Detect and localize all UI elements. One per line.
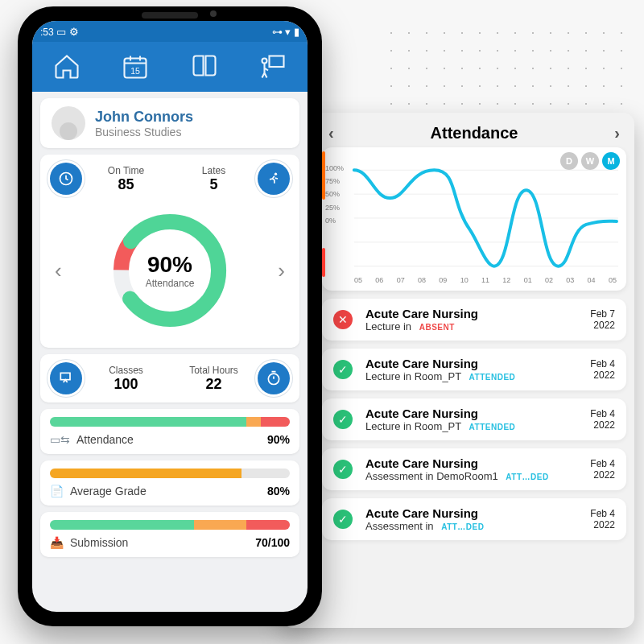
attendance-record[interactable]: ✓Acute Care NursingAssessment in DemoRoo… <box>322 448 626 490</box>
decorative-dot-grid <box>382 24 624 113</box>
record-title: Acute Care Nursing <box>365 456 559 470</box>
record-subtitle: Assessment in ATT…DED <box>365 520 559 532</box>
profile-course: Business Studies <box>95 126 193 138</box>
panel-title: Attendance <box>431 124 518 142</box>
profile-name: John Connors <box>95 109 193 126</box>
ontime-label: On Time <box>82 165 170 176</box>
grade-bar-icon: 📄 <box>50 485 64 497</box>
phone-side-button <box>322 151 325 200</box>
period-month[interactable]: M <box>602 152 620 170</box>
record-subtitle: Lecture in ABSENT <box>365 320 559 332</box>
record-title: Acute Care Nursing <box>365 407 559 420</box>
classes-value: 100 <box>82 376 170 393</box>
donut-next[interactable]: › <box>273 258 290 283</box>
check-icon: ✓ <box>333 460 353 479</box>
status-bar: :53 ▭ ⚙ ⊶ ▾ ▮ <box>32 21 308 42</box>
record-date: Feb 42022 <box>567 408 615 431</box>
profile-card[interactable]: John Connors Business Studies <box>40 98 299 148</box>
tab-bar: 15 <box>32 42 308 92</box>
panel-next[interactable]: › <box>614 124 620 142</box>
record-date: Feb 42022 <box>567 358 615 382</box>
donut-label: Attendance <box>146 278 195 289</box>
phone-side-button-2 <box>322 248 325 277</box>
bar-average-grade[interactable]: 📄Average Grade 80% <box>40 460 299 506</box>
status-right: ⊶ ▾ ▮ <box>272 26 299 38</box>
ontime-value: 85 <box>82 176 170 193</box>
period-week[interactable]: W <box>581 152 599 170</box>
attendance-panel: ‹ Attendance › D W M 100% 75% 50% 25% 0% <box>282 113 634 628</box>
attendance-record-list: ✕Acute Care NursingLecture in ABSENTFeb … <box>322 299 626 540</box>
x-axis: 050607 080910 111201 020304 05 <box>330 275 618 287</box>
home-icon <box>52 52 81 81</box>
attendance-record[interactable]: ✓Acute Care NursingLecture in Room_PT AT… <box>322 398 626 440</box>
phone-screen: :53 ▭ ⚙ ⊶ ▾ ▮ 15 <box>32 21 308 612</box>
record-title: Acute Care Nursing <box>365 506 559 520</box>
record-status: ATT…DED <box>441 522 484 531</box>
attendance-bar-icon: ▭⇆ <box>50 433 70 446</box>
metric-bars: ▭⇆Attendance 90% 📄Average Grade 80% <box>40 409 299 557</box>
hours-label: Total Hours <box>170 365 258 376</box>
period-day[interactable]: D <box>560 152 578 170</box>
calendar-icon: 15 <box>121 52 150 81</box>
attendance-donut: 90% Attendance <box>105 206 234 335</box>
record-date: Feb 72022 <box>567 308 615 332</box>
record-subtitle: Lecture in Room_PT ATTENDED <box>365 370 559 382</box>
battery-icon: ▮ <box>294 26 299 38</box>
wifi-icon: ▾ <box>285 26 294 38</box>
lecturer-icon <box>258 52 287 81</box>
clock-icon <box>50 163 82 195</box>
gear-icon: ⚙ <box>69 26 79 38</box>
cross-icon: ✕ <box>333 310 353 329</box>
tab-lecturer[interactable] <box>239 42 308 92</box>
attendance-record[interactable]: ✓Acute Care NursingAssessment in ATT…DED… <box>322 498 626 540</box>
classes-hours-card: Classes 100 Total Hours 22 <box>40 354 299 402</box>
tab-calendar[interactable]: 15 <box>101 42 171 92</box>
record-status: ATT…DED <box>506 473 548 481</box>
timer-icon <box>258 362 290 394</box>
record-date: Feb 42022 <box>567 508 615 531</box>
record-subtitle: Assessment in DemoRoom1 ATT…DED <box>365 470 559 482</box>
status-left: :53 ▭ ⚙ <box>40 26 79 38</box>
bar-attendance[interactable]: ▭⇆Attendance 90% <box>40 409 299 454</box>
donut-percent: 90% <box>147 252 192 278</box>
grade-bar-value: 80% <box>267 485 290 497</box>
period-toggle: D W M <box>560 152 620 170</box>
tab-home[interactable] <box>32 42 101 92</box>
attendance-line-chart <box>330 154 618 275</box>
avatar <box>52 106 85 140</box>
record-subtitle: Lecture in Room_PT ATTENDED <box>365 420 559 432</box>
attendance-record[interactable]: ✓Acute Care NursingLecture in Room_PT AT… <box>322 349 626 390</box>
lates-value: 5 <box>170 176 258 193</box>
svg-point-8 <box>262 59 267 64</box>
check-icon: ✓ <box>333 410 353 429</box>
donut-prev[interactable]: ‹ <box>50 258 67 283</box>
hours-value: 22 <box>170 376 258 393</box>
record-title: Acute Care Nursing <box>365 357 559 370</box>
submission-bar-value: 70/100 <box>255 536 290 549</box>
tab-courses[interactable] <box>170 42 239 92</box>
attendance-chart-card: D W M 100% 75% 50% 25% 0% 050607 080910 … <box>322 147 626 291</box>
attendance-bar-value: 90% <box>267 433 290 446</box>
phone-notch <box>142 12 198 19</box>
attendance-summary-card: On Time 85 Lates 5 ‹ <box>40 155 299 348</box>
bar-submission[interactable]: 📥Submission 70/100 <box>40 512 299 557</box>
record-status: ABSENT <box>419 323 455 332</box>
svg-rect-7 <box>270 56 284 68</box>
running-icon <box>258 163 290 195</box>
y-axis: 100% 75% 50% 25% 0% <box>325 162 344 227</box>
sim-icon: ▭ <box>56 26 69 38</box>
attendance-record[interactable]: ✕Acute Care NursingLecture in ABSENTFeb … <box>322 299 626 341</box>
record-date: Feb 42022 <box>567 458 615 481</box>
check-icon: ✓ <box>333 510 353 529</box>
check-icon: ✓ <box>333 360 353 379</box>
svg-text:15: 15 <box>130 66 140 76</box>
record-status: ATTENDED <box>469 373 516 382</box>
classes-label: Classes <box>82 365 170 376</box>
classes-icon <box>50 362 82 394</box>
phone-camera <box>210 10 217 17</box>
panel-prev[interactable]: ‹ <box>328 124 334 142</box>
record-status: ATTENDED <box>469 423 516 431</box>
svg-point-10 <box>275 173 277 175</box>
vpn-icon: ⊶ <box>272 26 283 38</box>
book-icon <box>190 52 219 81</box>
